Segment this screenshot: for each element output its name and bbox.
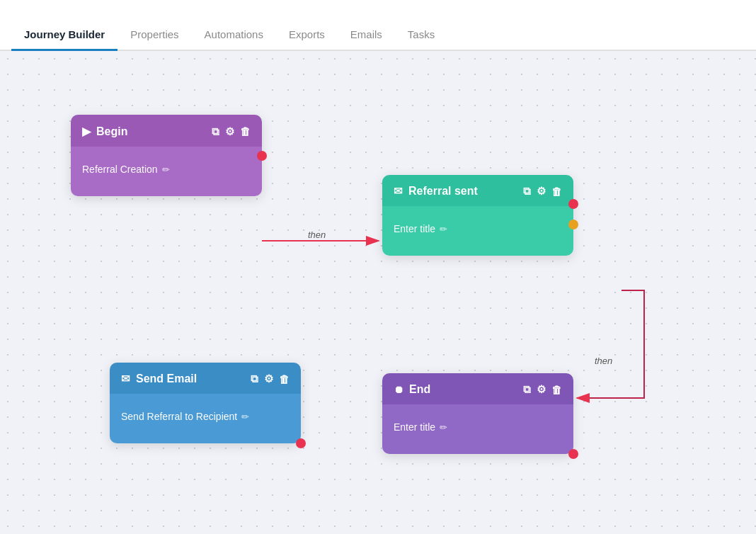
node-end-body: Enter title ✏ <box>382 404 573 454</box>
gear-icon-email[interactable]: ⚙ <box>264 373 273 385</box>
node-referral-header-left: ✉ Referral sent <box>394 185 478 198</box>
tab-automations[interactable]: Automations <box>192 20 276 51</box>
node-referral-body: Enter title ✏ <box>382 206 573 256</box>
edit-icon-end[interactable]: ✏ <box>440 422 447 433</box>
connector-then-2: then <box>595 356 612 366</box>
node-begin: ▶ Begin ⧉ ⚙ 🗑 Referral Creation ✏ <box>71 115 262 196</box>
referral-output-dot-orange[interactable] <box>568 220 578 229</box>
node-begin-title: Begin <box>96 125 127 138</box>
trash-icon-email[interactable]: 🗑 <box>279 373 290 385</box>
node-referral-header: ✉ Referral sent ⧉ ⚙ 🗑 <box>382 175 573 206</box>
gear-icon[interactable]: ⚙ <box>225 125 234 138</box>
tab-exports[interactable]: Exports <box>276 20 338 51</box>
tab-tasks[interactable]: Tasks <box>395 20 447 51</box>
node-referral-title: Referral sent <box>408 185 478 198</box>
trash-icon-referral[interactable]: 🗑 <box>551 186 562 198</box>
email-output-dot[interactable] <box>296 438 306 448</box>
copy-icon-email[interactable]: ⧉ <box>251 373 258 385</box>
gear-icon-referral[interactable]: ⚙ <box>537 185 546 198</box>
connector-then-1: then <box>308 229 326 240</box>
node-begin-body: Referral Creation ✏ <box>71 147 262 196</box>
edit-icon[interactable]: ✏ <box>162 164 170 175</box>
node-referral-actions: ⧉ ⚙ 🗑 <box>523 185 562 198</box>
tab-bar: Journey Builder Properties Automations E… <box>0 0 756 51</box>
journey-canvas: ▶ Begin ⧉ ⚙ 🗑 Referral Creation ✏ then ✉… <box>0 51 756 534</box>
node-email-subtitle: Send Referral to Recipient <box>121 411 237 422</box>
tab-emails[interactable]: Emails <box>338 20 395 51</box>
node-send-email: ✉ Send Email ⧉ ⚙ 🗑 Send Referral to Reci… <box>110 363 301 443</box>
trash-icon[interactable]: 🗑 <box>240 125 251 137</box>
mail-icon-referral: ✉ <box>394 185 403 198</box>
play-icon: ▶ <box>82 125 91 138</box>
copy-icon-end[interactable]: ⧉ <box>523 383 531 396</box>
node-begin-actions: ⧉ ⚙ 🗑 <box>212 125 251 138</box>
node-end-actions: ⧉ ⚙ 🗑 <box>523 383 562 396</box>
mail-icon-email: ✉ <box>121 373 130 385</box>
tab-journey-builder[interactable]: Journey Builder <box>11 20 118 51</box>
node-referral-subtitle: Enter title <box>394 223 435 234</box>
copy-icon-referral[interactable]: ⧉ <box>523 185 531 198</box>
node-end-title: End <box>409 383 430 396</box>
node-email-title: Send Email <box>136 373 197 385</box>
node-email-header: ✉ Send Email ⧉ ⚙ 🗑 <box>110 363 301 394</box>
referral-output-dot-top[interactable] <box>568 199 578 209</box>
copy-icon[interactable]: ⧉ <box>212 125 219 138</box>
edit-icon-email[interactable]: ✏ <box>241 411 249 422</box>
end-output-dot[interactable] <box>568 449 578 459</box>
node-begin-subtitle: Referral Creation <box>82 164 158 175</box>
node-end-header: ⏺ End ⧉ ⚙ 🗑 <box>382 373 573 404</box>
trash-icon-end[interactable]: 🗑 <box>551 384 562 396</box>
gear-icon-end[interactable]: ⚙ <box>537 383 546 396</box>
node-email-header-left: ✉ Send Email <box>121 373 197 385</box>
edit-icon-referral[interactable]: ✏ <box>440 224 447 234</box>
stop-icon: ⏺ <box>394 384 403 395</box>
node-end-header-left: ⏺ End <box>394 383 430 396</box>
node-end: ⏺ End ⧉ ⚙ 🗑 Enter title ✏ <box>382 373 573 454</box>
node-referral-sent: ✉ Referral sent ⧉ ⚙ 🗑 Enter title ✏ <box>382 175 573 256</box>
node-email-body: Send Referral to Recipient ✏ <box>110 394 301 443</box>
begin-output-dot[interactable] <box>257 151 267 161</box>
tab-properties[interactable]: Properties <box>118 20 191 51</box>
node-begin-header: ▶ Begin ⧉ ⚙ 🗑 <box>71 115 262 147</box>
node-email-actions: ⧉ ⚙ 🗑 <box>251 373 290 385</box>
node-begin-header-left: ▶ Begin <box>82 125 127 138</box>
node-end-subtitle: Enter title <box>394 421 435 433</box>
